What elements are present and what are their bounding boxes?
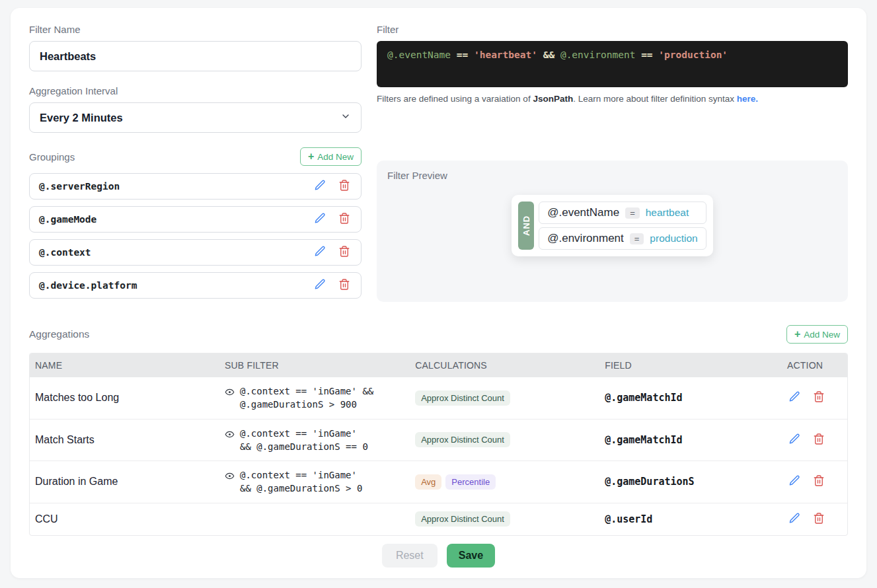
field-value: @.gameDurationS: [599, 461, 782, 503]
code-token: 'heartbeat': [474, 50, 537, 60]
grouping-item: @.device.platform: [29, 272, 362, 299]
filter-preview-label: Filter Preview: [387, 170, 837, 181]
edit-aggregation-button[interactable]: [787, 511, 802, 528]
helper-middle: . Learn more about filter definition syn…: [573, 94, 737, 104]
calculations-cell: AvgPercentile: [410, 461, 599, 503]
add-aggregation-button[interactable]: + Add New: [786, 325, 848, 344]
preview-condition: @.eventName = heartbeat: [539, 202, 706, 224]
calculation-badge: Avg: [415, 474, 441, 490]
filter-helper-text: Filters are defined using a varaiation o…: [377, 94, 848, 104]
calculations-cell: Approx Distinct Count: [410, 419, 599, 461]
aggregation-table-row: Matches too Long @.context == 'inGame' &…: [30, 377, 847, 419]
aggregation-name: Matches too Long: [30, 377, 219, 419]
add-grouping-button[interactable]: + Add New: [300, 147, 362, 166]
right-column: Filter @.eventName == 'heartbeat' && @.e…: [377, 24, 848, 305]
calculation-badge: Percentile: [445, 474, 496, 490]
condition-key: @.eventName: [547, 206, 619, 219]
code-token: ==: [635, 50, 658, 60]
pencil-icon: [314, 278, 326, 293]
eye-icon: [225, 429, 235, 439]
helper-jsonpath: JsonPath: [533, 94, 573, 104]
edit-aggregation-button[interactable]: [787, 431, 802, 449]
calculation-badge: Approx Distinct Count: [415, 511, 510, 527]
edit-grouping-button[interactable]: [313, 244, 328, 261]
trash-icon: [813, 433, 825, 447]
edit-grouping-button[interactable]: [313, 277, 328, 294]
eye-icon: [225, 471, 235, 481]
left-column: Filter Name Aggregation Interval Every 2…: [29, 24, 362, 305]
aggregation-interval-label: Aggregation Interval: [29, 85, 362, 96]
aggregation-table-row: Duration in Game @.context == 'inGame'&&…: [30, 461, 847, 503]
delete-aggregation-button[interactable]: [812, 389, 826, 406]
add-aggregation-label: Add New: [804, 330, 840, 340]
delete-aggregation-button[interactable]: [812, 431, 826, 449]
pencil-icon: [314, 212, 326, 227]
pencil-icon: [788, 433, 801, 447]
sub-filter-expression: @.context == 'inGame'&& @.gameDurationS …: [240, 468, 362, 496]
column-header: FIELD: [599, 353, 782, 377]
groupings-list: @.serverRegion @.gameMode: [29, 173, 362, 299]
add-grouping-label: Add New: [317, 152, 354, 162]
condition-operator: =: [630, 233, 644, 244]
eye-icon: [225, 387, 235, 397]
column-header: SUB FILTER: [219, 353, 410, 377]
trash-icon: [338, 212, 350, 227]
plus-icon: +: [308, 151, 314, 162]
condition-value: heartbeat: [646, 207, 689, 219]
trash-icon: [813, 512, 825, 527]
pencil-icon: [788, 512, 801, 527]
groupings-label: Groupings: [29, 151, 75, 163]
trash-icon: [338, 278, 350, 293]
and-operator-pill: AND: [518, 202, 534, 250]
code-token: @.eventName: [387, 50, 451, 60]
calculations-cell: Approx Distinct Count: [410, 503, 599, 535]
calculation-badge: Approx Distinct Count: [415, 432, 510, 447]
field-value: @.userId: [599, 503, 782, 535]
filter-code: @.eventName == 'heartbeat' && @.environm…: [387, 50, 728, 60]
grouping-value: @.context: [39, 247, 91, 258]
sub-filter-expression: @.context == 'inGame' &&@.gameDurationS …: [240, 385, 373, 412]
field-value: @.gameMatchId: [599, 377, 782, 419]
condition-key: @.environment: [547, 232, 624, 245]
edit-grouping-button[interactable]: [313, 211, 328, 228]
syntax-docs-link[interactable]: here.: [737, 94, 758, 104]
pencil-icon: [788, 474, 801, 489]
table-header-row: NAMESUB FILTERCALCULATIONSFIELDACTION: [30, 353, 847, 377]
pencil-icon: [314, 179, 326, 194]
save-button[interactable]: Save: [447, 544, 495, 568]
column-header: CALCULATIONS: [410, 353, 599, 377]
preview-condition: @.environment = production: [539, 227, 706, 250]
aggregation-table-row: Match Starts @.context == 'inGame'&& @.g…: [30, 419, 847, 461]
delete-grouping-button[interactable]: [337, 211, 352, 228]
column-header: ACTION: [782, 353, 847, 377]
aggregation-name: Match Starts: [30, 419, 219, 461]
field-value: @.gameMatchId: [599, 419, 782, 461]
delete-aggregation-button[interactable]: [812, 511, 826, 528]
filter-code-editor[interactable]: @.eventName == 'heartbeat' && @.environm…: [377, 41, 848, 87]
reset-button[interactable]: Reset: [382, 544, 438, 568]
edit-aggregation-button[interactable]: [787, 389, 802, 406]
delete-grouping-button[interactable]: [337, 178, 352, 195]
code-token: @.environment: [560, 50, 636, 60]
aggregation-interval-select[interactable]: Every 2 Minutes: [29, 102, 362, 133]
edit-grouping-button[interactable]: [313, 178, 328, 195]
grouping-value: @.device.platform: [39, 280, 137, 291]
pencil-icon: [788, 390, 801, 405]
aggregation-interval-value: Every 2 Minutes: [40, 112, 123, 124]
plus-icon: +: [794, 329, 800, 340]
filter-label: Filter: [377, 24, 848, 35]
delete-grouping-button[interactable]: [337, 244, 352, 261]
code-token: ==: [451, 50, 474, 60]
grouping-item: @.context: [29, 239, 362, 266]
grouping-value: @.serverRegion: [39, 181, 120, 192]
edit-aggregation-button[interactable]: [787, 473, 802, 490]
trash-icon: [813, 474, 825, 489]
delete-aggregation-button[interactable]: [812, 473, 826, 490]
delete-grouping-button[interactable]: [337, 277, 352, 294]
grouping-item: @.gameMode: [29, 206, 362, 233]
condition-value: production: [650, 233, 697, 244]
aggregations-table-body: Matches too Long @.context == 'inGame' &…: [30, 377, 847, 535]
calculations-cell: Approx Distinct Count: [410, 377, 599, 419]
filter-name-input[interactable]: [29, 41, 362, 71]
trash-icon: [338, 179, 350, 194]
